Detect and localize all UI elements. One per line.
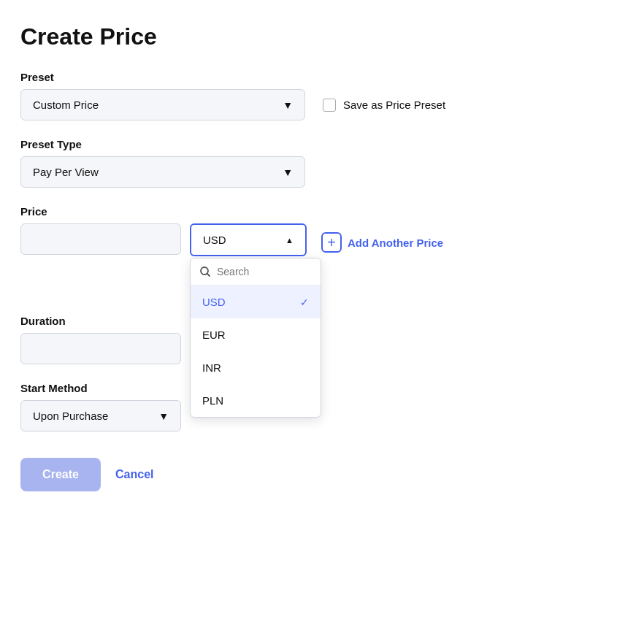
start-method-dropdown[interactable]: Upon Purchase ▼ [20,400,181,432]
cancel-button[interactable]: Cancel [115,468,153,481]
save-preset-label: Save as Price Preset [343,99,445,111]
start-method-value: Upon Purchase [33,410,108,422]
checkmark-icon: ✓ [300,296,309,308]
currency-dropdown-btn[interactable]: USD ▲ [190,223,307,256]
preset-value: Custom Price [33,99,99,111]
preset-label: Preset [20,71,624,83]
preset-type-dropdown[interactable]: Pay Per View ▼ [20,156,305,188]
currency-dropdown-panel: USD ✓ EUR INR PLN [190,258,321,418]
start-method-label: Start Method [20,382,624,394]
search-icon [199,266,211,277]
duration-label: Duration [20,315,624,327]
action-row: Create Cancel [20,458,624,491]
preset-type-field: Preset Type Pay Per View ▼ [20,138,624,188]
save-preset-checkbox[interactable] [323,99,336,112]
add-price-icon: + [321,232,342,253]
currency-option-eur[interactable]: EUR [191,318,321,351]
page-title: Create Price [20,23,624,50]
currency-options-list: USD ✓ EUR INR PLN [191,285,321,417]
currency-selected-label: USD [203,234,226,246]
currency-wrapper: USD ▲ USD ✓ EUR [190,223,307,256]
preset-type-arrow-icon: ▼ [283,166,293,178]
currency-search-row [191,258,321,285]
currency-option-usd[interactable]: USD ✓ [191,285,321,318]
price-input[interactable] [20,223,181,255]
preset-type-label: Preset Type [20,138,624,150]
start-method-arrow-icon: ▼ [158,410,169,422]
price-field: Price USD ▲ USD [20,205,624,256]
preset-arrow-icon: ▼ [283,99,293,111]
duration-input[interactable] [20,333,181,364]
currency-arrow-icon: ▲ [285,236,294,245]
currency-search-input[interactable] [217,266,312,277]
add-another-price-button[interactable]: + Add Another Price [321,223,443,253]
preset-dropdown[interactable]: Custom Price ▼ [20,89,305,120]
create-button[interactable]: Create [20,458,101,491]
price-label: Price [20,205,624,218]
start-method-wrapper: Upon Purchase ▼ [20,400,181,432]
currency-option-pln[interactable]: PLN [191,384,321,417]
preset-type-value: Pay Per View [33,166,99,178]
save-preset-row: Save as Price Preset [323,99,445,112]
preset-field: Preset Custom Price ▼ Save as Price Pres… [20,71,624,120]
currency-option-inr[interactable]: INR [191,351,321,384]
start-method-field: Start Method Upon Purchase ▼ [20,382,624,432]
svg-line-1 [207,274,210,277]
add-price-label: Add Another Price [348,237,443,249]
price-row: USD ▲ USD ✓ EUR [20,223,624,256]
duration-field: Duration [20,315,624,364]
